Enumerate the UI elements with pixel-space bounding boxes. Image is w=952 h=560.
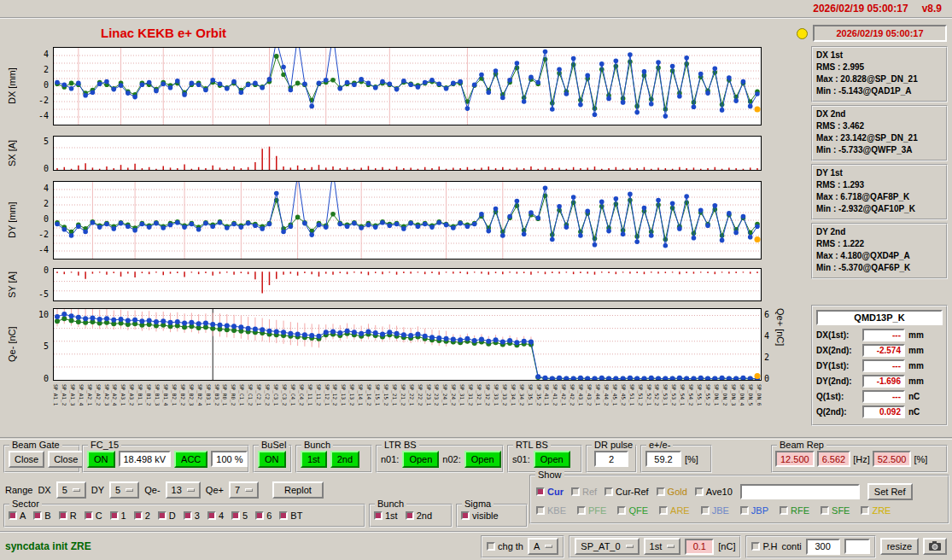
- checkbox-3[interactable]: 3: [184, 510, 200, 521]
- ltr-n01-open-button[interactable]: Open: [402, 451, 439, 468]
- checkbox-sfe[interactable]: SFE: [821, 505, 850, 516]
- x-axis-label: SP_43_1: [578, 384, 583, 434]
- checkbox-label: ZRE: [872, 505, 891, 516]
- y-tick-label: -4: [38, 245, 49, 254]
- x-axis-label: SP_15_2: [383, 384, 388, 434]
- sx-plot-canvas: [53, 136, 762, 171]
- range-dx-menu[interactable]: 5: [56, 481, 86, 499]
- monitor-row-value: ---: [862, 329, 905, 341]
- bunch-select-menu[interactable]: 1st: [644, 538, 681, 555]
- set-ref-button[interactable]: Set Ref: [867, 483, 913, 500]
- count-entry[interactable]: 300: [806, 539, 840, 555]
- checkbox-1st[interactable]: 1st: [374, 510, 398, 521]
- x-axis-label: SP_C3_2: [282, 384, 287, 434]
- checkbox-zre[interactable]: ZRE: [861, 505, 891, 516]
- q-axis-label: Qe- [nC]: [7, 308, 17, 381]
- checkbox-d[interactable]: D: [158, 510, 176, 521]
- checkbox-label: A: [20, 510, 26, 521]
- status-bar: syncdata init ZRE chg th A SP_AT_0 1st 0…: [0, 531, 952, 560]
- checkbox-box: [374, 511, 383, 520]
- threshold-unit: [nC]: [718, 541, 735, 551]
- checkbox-box: [461, 511, 470, 520]
- checkbox-6[interactable]: 6: [255, 510, 272, 521]
- range-qe-plus-menu[interactable]: 7: [229, 481, 259, 499]
- chg-th-checkbox[interactable]: chg th: [487, 541, 523, 551]
- checkbox-box: [577, 506, 586, 515]
- beam-gate-close-button-2[interactable]: Close: [48, 451, 84, 468]
- checkbox-box: [695, 487, 704, 496]
- monitor-panel: QMD13P_K DX(1st):---mmDX(2nd):-2.574mmDY…: [811, 305, 948, 426]
- beam-rep-percent-unit: [%]: [914, 454, 927, 464]
- x-axis-label: SP_DN_5: [748, 384, 753, 434]
- x-axis-label: SP_B1_4: [163, 384, 168, 434]
- checkbox-box: [85, 511, 93, 520]
- bunch-2nd-button[interactable]: 2nd: [330, 451, 359, 468]
- bunch-1st-button[interactable]: 1st: [301, 451, 327, 468]
- x-axis-label: SP_12_1: [324, 384, 330, 434]
- rtl-s01-open-button[interactable]: Open: [534, 451, 570, 468]
- bpm-select-menu[interactable]: SP_AT_0: [575, 538, 639, 555]
- sector-select-menu[interactable]: A: [528, 538, 558, 555]
- menu-indicator-icon: [73, 488, 80, 492]
- monitor-row: DY(1st):---mm: [816, 359, 943, 372]
- x-axis-label: SP_35_2: [536, 384, 541, 434]
- range-dy-menu[interactable]: 5: [109, 481, 139, 499]
- x-axis-label: SP_53_2: [671, 384, 676, 434]
- checkbox-are[interactable]: ARE: [659, 505, 690, 516]
- stat-row: Min : -5.370@QAF6P_K: [816, 263, 943, 272]
- busel-on-button[interactable]: ON: [258, 451, 286, 468]
- threshold-entry[interactable]: 0.1: [685, 539, 714, 555]
- x-axis-label: SP_53_1: [663, 384, 668, 434]
- checkbox-ave10[interactable]: Ave10: [695, 487, 733, 497]
- checkbox-2[interactable]: 2: [134, 510, 150, 521]
- ltr-n02-open-button[interactable]: Open: [464, 451, 501, 468]
- fc15-acc-button[interactable]: ACC: [174, 451, 207, 468]
- checkbox-1[interactable]: 1: [110, 510, 126, 521]
- monitor-row-label: DY(2nd):: [816, 376, 859, 386]
- checkbox-jbp[interactable]: JBP: [740, 505, 768, 516]
- checkbox-c[interactable]: C: [85, 510, 102, 521]
- checkbox-label: Gold: [668, 487, 687, 497]
- ph-checkbox[interactable]: P.H: [751, 541, 777, 551]
- checkbox-r[interactable]: R: [59, 510, 77, 521]
- checkbox-b[interactable]: B: [33, 510, 50, 521]
- x-axis-label: SP_44_1: [595, 384, 600, 434]
- checkbox-rfe[interactable]: RFE: [780, 505, 809, 516]
- snapshot-button[interactable]: [923, 538, 947, 555]
- range-qe-minus-menu[interactable]: 13: [166, 481, 201, 499]
- checkbox-kbe[interactable]: KBE: [536, 505, 566, 516]
- extra-entry[interactable]: [844, 539, 870, 554]
- checkbox-5[interactable]: 5: [231, 510, 248, 521]
- checkbox-qfe[interactable]: QFE: [617, 505, 648, 516]
- range-qe-plus-label: Qe+: [206, 485, 224, 495]
- x-axis-label: SP_A1_2: [61, 384, 67, 434]
- x-axis-label: SP_DN_6: [756, 384, 762, 434]
- fc15-on-button[interactable]: ON: [87, 451, 115, 468]
- y-tick-label: 2: [44, 65, 49, 74]
- checkbox-cur-ref[interactable]: Cur-Ref: [604, 487, 649, 497]
- checkbox-a[interactable]: A: [9, 510, 26, 521]
- ref-name-entry[interactable]: [740, 484, 860, 499]
- x-axis-label: SP_13_2: [349, 384, 354, 434]
- checkbox-jbe[interactable]: JBE: [701, 505, 729, 516]
- checkbox-gold[interactable]: Gold: [657, 487, 687, 497]
- checkbox-visible[interactable]: visible: [461, 510, 499, 521]
- monitor-row-unit: nC: [908, 392, 920, 401]
- x-axis-label: SP_23_2: [434, 384, 439, 434]
- checkbox-4[interactable]: 4: [207, 510, 224, 521]
- beam-gate-close-button-1[interactable]: Close: [9, 451, 44, 468]
- x-axis-label: SP_B1_3: [155, 384, 160, 434]
- menu-indicator-icon: [626, 545, 634, 548]
- x-axis-label: SP_B1_2: [146, 384, 151, 434]
- replot-button[interactable]: Replot: [272, 481, 324, 499]
- x-axis-label: SP_A1_4: [79, 384, 84, 434]
- x-axis-label: SP_A2_2: [96, 384, 101, 434]
- page-title: Linac KEKB e+ Orbit: [101, 26, 226, 40]
- checkbox-ref[interactable]: Ref: [571, 487, 597, 497]
- monitor-title: QMD13P_K: [816, 310, 943, 325]
- checkbox-bt[interactable]: BT: [279, 510, 302, 521]
- resize-button[interactable]: resize: [880, 538, 919, 555]
- checkbox-cur[interactable]: Cur: [536, 487, 564, 497]
- checkbox-pfe[interactable]: PFE: [577, 505, 606, 516]
- checkbox-2nd[interactable]: 2nd: [406, 510, 432, 521]
